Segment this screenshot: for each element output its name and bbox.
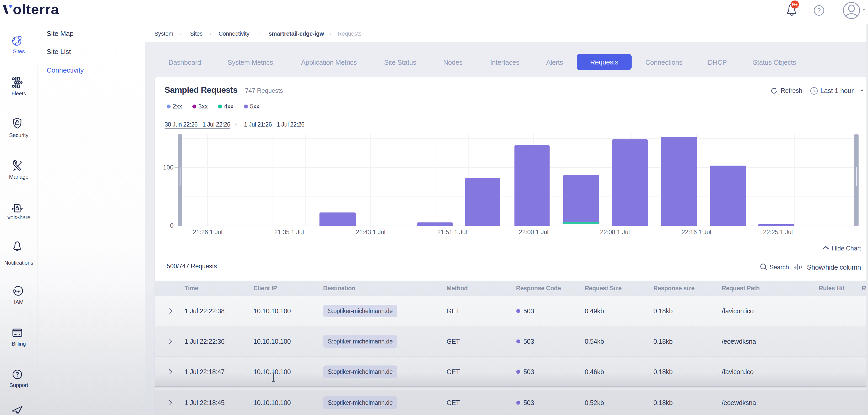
svg-text:9+: 9+ [792,2,798,7]
svg-text:olterra: olterra [13,1,59,17]
svg-text:?: ? [817,7,820,14]
svg-text:?: ? [16,371,19,378]
